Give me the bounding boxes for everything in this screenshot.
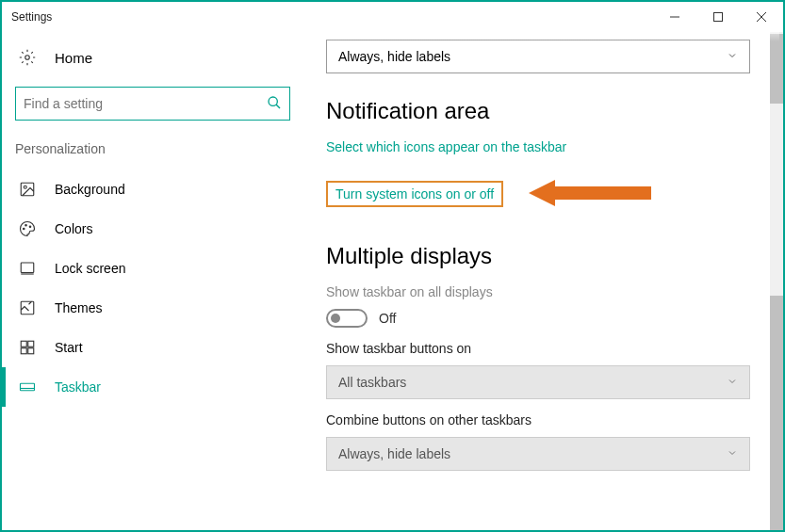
svg-line-6 (276, 105, 280, 108)
close-button[interactable] (740, 2, 783, 32)
palette-icon (19, 220, 38, 237)
show-buttons-on-dropdown[interactable]: All taskbars (326, 365, 750, 399)
chevron-down-icon (727, 446, 738, 461)
start-icon (19, 339, 38, 356)
combine-other-dropdown[interactable]: Always, hide labels (326, 437, 750, 471)
titlebar: Settings (2, 2, 783, 32)
sidebar-item-lock-screen[interactable]: Lock screen (2, 249, 294, 288)
turn-system-icons-link[interactable]: Turn system icons on or off (326, 181, 503, 207)
themes-icon (19, 299, 38, 316)
chevron-down-icon (727, 49, 738, 64)
sidebar-item-colors[interactable]: Colors (2, 209, 294, 249)
show-all-displays-label: Show taskbar on all displays (326, 284, 764, 299)
show-all-displays-toggle-row: Off (326, 309, 764, 328)
svg-point-4 (25, 56, 30, 60)
svg-point-11 (29, 226, 31, 228)
lock-screen-icon (19, 260, 38, 277)
arrow-annotation (529, 181, 651, 205)
chevron-down-icon (727, 375, 738, 390)
image-icon (19, 181, 38, 198)
arrow-shaft (555, 186, 651, 200)
home-label: Home (55, 50, 92, 66)
home-button[interactable]: Home (11, 40, 294, 75)
select-icons-link[interactable]: Select which icons appear on the taskbar (326, 139, 566, 154)
sidebar-item-label: Colors (55, 221, 92, 236)
scroll-shadow (303, 32, 779, 41)
toggle-state-label: Off (379, 311, 396, 326)
svg-rect-1 (714, 13, 723, 22)
minimize-button[interactable] (653, 2, 696, 32)
scrollbar-thumb-bottom[interactable] (770, 296, 783, 530)
scrollbar-thumb-top[interactable] (770, 34, 783, 104)
gear-icon (19, 49, 38, 66)
sidebar-item-themes[interactable]: Themes (2, 288, 294, 328)
top-combine-dropdown[interactable]: Always, hide labels (326, 40, 750, 73)
dropdown-value: Always, hide labels (338, 49, 450, 64)
sidebar: Home Personalization Background Colors (2, 32, 303, 530)
svg-rect-16 (28, 341, 34, 347)
sidebar-item-label: Themes (55, 300, 103, 315)
show-buttons-on-label: Show taskbar buttons on (326, 341, 764, 356)
maximize-button[interactable] (696, 2, 740, 32)
category-label: Personalization (11, 141, 294, 156)
svg-point-5 (269, 97, 277, 105)
svg-rect-18 (28, 348, 34, 354)
notification-area-heading: Notification area (326, 98, 764, 124)
sidebar-item-background[interactable]: Background (2, 169, 294, 209)
sidebar-item-label: Start (55, 340, 83, 355)
combine-other-label: Combine buttons on other taskbars (326, 412, 764, 427)
svg-rect-12 (21, 263, 34, 273)
sidebar-item-taskbar[interactable]: Taskbar (2, 367, 294, 407)
svg-rect-17 (21, 348, 26, 354)
multiple-displays-heading: Multiple displays (326, 243, 764, 269)
window-title: Settings (11, 10, 52, 24)
dropdown-value: All taskbars (338, 375, 406, 390)
svg-point-8 (24, 185, 26, 188)
sidebar-item-start[interactable]: Start (2, 328, 294, 367)
sidebar-item-label: Background (55, 182, 125, 197)
show-all-displays-toggle[interactable] (326, 309, 368, 328)
scrollbar[interactable] (770, 32, 783, 530)
toggle-knob (331, 314, 340, 323)
svg-point-9 (24, 228, 25, 230)
search-icon (267, 95, 282, 113)
svg-rect-19 (21, 383, 35, 391)
svg-rect-15 (21, 341, 26, 347)
taskbar-icon (19, 379, 38, 395)
dropdown-value: Always, hide labels (338, 446, 450, 461)
search-field[interactable] (24, 96, 267, 111)
main-panel: Always, hide labels Notification area Se… (303, 32, 783, 530)
arrow-head (529, 180, 555, 206)
window-controls (653, 2, 783, 32)
search-input[interactable] (15, 87, 290, 121)
sidebar-item-label: Lock screen (55, 261, 125, 276)
svg-point-10 (25, 225, 27, 227)
sidebar-item-label: Taskbar (55, 379, 101, 395)
